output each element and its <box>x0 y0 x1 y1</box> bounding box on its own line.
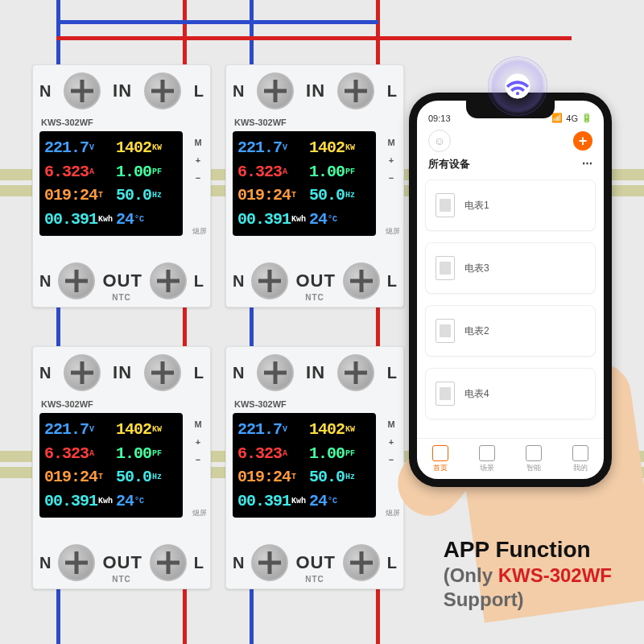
device-card[interactable]: 电表1 <box>425 180 596 231</box>
out-label: OUTNTC <box>102 552 142 573</box>
side-button[interactable]: M <box>384 419 398 429</box>
device-name: 电表1 <box>464 199 489 213</box>
side-buttons: M+− <box>384 138 398 191</box>
device-list: 电表1 电表3 电表2 电表4 <box>417 180 604 419</box>
terminal-l: L <box>194 554 204 572</box>
device-card[interactable]: 电表2 <box>425 305 596 357</box>
side-button[interactable]: M <box>384 138 398 147</box>
screw-icon <box>343 262 380 299</box>
section-title: 所有设备 <box>428 157 470 171</box>
side-button[interactable]: + <box>384 155 398 165</box>
lcd-display: 221.7V 1402KW 6.323A 1.00PF 019:24T 50.0… <box>233 413 376 518</box>
side-button[interactable]: + <box>191 437 205 447</box>
screw-icon <box>58 262 95 299</box>
side-button[interactable]: − <box>384 455 398 464</box>
terminal-n: N <box>233 364 244 382</box>
side-button[interactable]: + <box>191 155 205 165</box>
screw-icon <box>251 544 288 581</box>
device-card[interactable]: 电表4 <box>425 368 596 419</box>
caption-line2a: (Only <box>444 564 498 586</box>
power-meter: N IN L KWS-302WF 221.7V 1402KW 6.323A 1.… <box>225 346 404 589</box>
add-device-button[interactable]: + <box>573 131 592 151</box>
terminal-n: N <box>233 272 244 291</box>
side-button[interactable]: M <box>191 419 205 429</box>
in-label: IN <box>306 362 325 383</box>
side-label-cn: 熄屏 <box>386 226 400 237</box>
status-time: 09:13 <box>428 114 451 123</box>
side-button[interactable]: M <box>191 138 205 147</box>
lcd-display: 221.7V 1402KW 6.323A 1.00PF 019:24T 50.0… <box>233 131 376 236</box>
terminal-n: N <box>233 554 244 572</box>
caption-line1: APP Function <box>444 535 612 564</box>
out-label: OUTNTC <box>102 270 142 291</box>
screw-icon <box>144 72 181 109</box>
meter-icon <box>436 382 455 406</box>
terminal-n: N <box>39 364 51 382</box>
screw-icon <box>64 354 101 391</box>
screw-icon <box>144 354 181 391</box>
wifi-badge-icon <box>488 56 547 116</box>
tab-profile[interactable]: 我的 <box>557 439 604 479</box>
model-label: KWS-302WF <box>234 399 287 409</box>
screw-icon <box>251 262 288 299</box>
ntc-label: NTC <box>305 575 324 584</box>
more-icon[interactable]: ⋯ <box>582 157 592 171</box>
ntc-label: NTC <box>112 575 131 584</box>
profile-icon <box>572 445 588 461</box>
in-label: IN <box>113 362 132 383</box>
tab-smart[interactable]: 智能 <box>510 439 557 479</box>
out-label: OUTNTC <box>295 552 335 573</box>
terminal-n: N <box>39 554 51 572</box>
side-button[interactable]: + <box>384 437 398 447</box>
device-name: 电表4 <box>464 387 489 401</box>
side-buttons: M+− <box>191 138 205 191</box>
side-label-cn: 熄屏 <box>192 226 207 237</box>
tab-bar: 首页 场景 智能 我的 <box>417 438 604 479</box>
model-label: KWS-302WF <box>41 399 93 409</box>
model-label: KWS-302WF <box>234 118 287 127</box>
model-label: KWS-302WF <box>41 118 93 127</box>
screw-icon <box>257 354 294 391</box>
tab-label: 首页 <box>433 463 448 473</box>
terminal-l: L <box>387 554 397 572</box>
tab-home[interactable]: 首页 <box>417 439 464 479</box>
side-button[interactable]: − <box>384 173 398 183</box>
device-card[interactable]: 电表3 <box>425 242 596 294</box>
ntc-label: NTC <box>305 293 324 302</box>
lcd-display: 221.7V 1402KW 6.323A 1.00PF 019:24T 50.0… <box>39 413 183 518</box>
side-label-cn: 熄屏 <box>386 508 400 518</box>
caption-model-highlight: KWS-302WF <box>498 564 612 586</box>
tab-label: 场景 <box>480 463 494 473</box>
screw-icon <box>150 262 187 299</box>
screw-icon <box>337 72 374 109</box>
caption-line2c: Support) <box>444 588 524 610</box>
battery-icon: 🔋 <box>581 113 592 123</box>
meter-icon <box>436 319 455 343</box>
screw-icon <box>150 544 187 581</box>
device-name: 电表3 <box>464 262 489 275</box>
tab-label: 智能 <box>526 463 541 473</box>
ntc-label: NTC <box>112 293 131 302</box>
phone-mockup: 09:13 📶 4G 🔋 ☺ + 所有设备 ⋯ 电表1 电表3 电表2 电表4 <box>409 93 612 487</box>
out-label: OUTNTC <box>295 270 335 291</box>
device-name: 电表2 <box>464 324 489 338</box>
power-meter: N IN L KWS-302WF 221.7V 1402KW 6.323A 1.… <box>32 64 211 308</box>
avatar-icon[interactable]: ☺ <box>428 130 451 152</box>
meter-icon <box>436 193 455 217</box>
power-meter: N IN L KWS-302WF 221.7V 1402KW 6.323A 1.… <box>225 64 404 308</box>
meter-icon <box>436 256 455 280</box>
tab-scene[interactable]: 场景 <box>464 439 510 479</box>
terminal-l: L <box>387 364 397 382</box>
home-icon <box>432 445 448 461</box>
side-button[interactable]: − <box>191 455 205 464</box>
terminal-l: L <box>194 82 204 101</box>
screw-icon <box>343 544 380 581</box>
side-buttons: M+− <box>384 419 398 473</box>
side-button[interactable]: − <box>191 173 205 183</box>
lcd-display: 221.7V 1402KW 6.323A 1.00PF 019:24T 50.0… <box>39 131 183 236</box>
in-label: IN <box>113 80 132 101</box>
screw-icon <box>257 72 294 109</box>
tab-label: 我的 <box>573 463 588 473</box>
screw-icon <box>58 544 95 581</box>
terminal-l: L <box>194 364 204 382</box>
